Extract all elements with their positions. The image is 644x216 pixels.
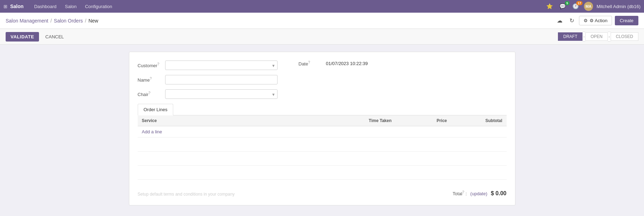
table-body: Add a line (138, 126, 507, 180)
total-label: Total? : (453, 190, 467, 196)
breadcrumb: Salon Management / Salon Orders / New (6, 18, 98, 24)
form-row-name: Name? (138, 75, 507, 84)
status-arrow-2: › (608, 32, 611, 42)
subheader-actions: ☁ ↻ ⚙ ⚙ Action Create (555, 16, 638, 25)
action-button[interactable]: ⚙ ⚙ Action (579, 16, 612, 25)
date-value: 01/07/2023 10:22:39 (326, 61, 368, 66)
breadcrumb-salon-management[interactable]: Salon Management (6, 18, 48, 24)
order-table: Service Time Taken Price Subtotal Add a … (138, 115, 507, 180)
messages-badge: 5 (565, 1, 570, 5)
form-row-chair: Chair? ▾ (138, 89, 507, 99)
table-row: Add a line (138, 126, 507, 138)
validate-button[interactable]: VALIDATE (6, 32, 39, 42)
messages-icon[interactable]: 💬5 (558, 2, 567, 10)
col-time-taken: Time Taken (340, 115, 396, 126)
action-label: ⚙ Action (590, 18, 607, 23)
total-amount: $ 0.00 (491, 190, 506, 197)
notification-icon[interactable]: ⭐ (545, 2, 554, 10)
topbar-nav: Dashboard Salon Configuration (31, 2, 545, 11)
total-section: Total? : (update) $ 0.00 (453, 190, 506, 197)
col-subtotal: Subtotal (451, 115, 507, 126)
breadcrumb-sep-2: / (85, 18, 86, 24)
grid-icon[interactable]: ⊞ (4, 4, 7, 9)
breadcrumb-salon-orders[interactable]: Salon Orders (54, 18, 83, 24)
page-content: Customer? ▾ Date? 01/07/2023 10:22:39 Na… (0, 45, 644, 216)
chair-input[interactable] (165, 89, 278, 99)
customer-input[interactable] (165, 61, 278, 70)
username-label[interactable]: Mitchell Admin (db16) (597, 4, 640, 9)
avatar[interactable]: MA (584, 2, 593, 11)
cancel-button[interactable]: CANCEL (42, 32, 67, 42)
col-service: Service (138, 115, 341, 126)
status-bar: DRAFT › OPEN › CLOSED (558, 32, 638, 42)
add-line-cell: Add a line (138, 126, 341, 138)
breadcrumb-sep-1: / (50, 18, 52, 24)
name-input[interactable] (165, 75, 278, 84)
clock-icon[interactable]: 🕐17 (571, 2, 580, 10)
clock-badge: 17 (576, 1, 583, 5)
create-button[interactable]: Create (615, 16, 638, 25)
customer-group: Customer? ▾ (138, 61, 278, 70)
date-group: Date? 01/07/2023 10:22:39 (299, 61, 368, 66)
name-group: Name? (138, 75, 278, 84)
chair-label: Chair? (138, 91, 162, 97)
empty-row-3 (138, 166, 507, 180)
chair-group: Chair? ▾ (138, 89, 278, 99)
status-arrow-1: › (583, 32, 585, 42)
nav-salon[interactable]: Salon (61, 2, 80, 11)
update-link[interactable]: (update) (470, 191, 487, 196)
toolbar: VALIDATE CANCEL DRAFT › OPEN › CLOSED (0, 29, 644, 45)
form-row-customer: Customer? ▾ Date? 01/07/2023 10:22:39 (138, 61, 507, 70)
tab-order-lines[interactable]: Order Lines (138, 104, 174, 115)
upload-icon-btn[interactable]: ☁ (555, 16, 565, 25)
topbar-right: ⭐ 💬5 🕐17 MA Mitchell Admin (db16) (545, 2, 640, 11)
breadcrumb-current: New (89, 18, 98, 24)
gear-icon: ⚙ (584, 18, 588, 23)
customer-label: Customer? (138, 62, 162, 68)
refresh-icon-btn[interactable]: ↻ (567, 16, 576, 25)
name-label: Name? (138, 77, 162, 83)
col-price: Price (396, 115, 451, 126)
empty-row-2 (138, 152, 507, 166)
table-header: Service Time Taken Price Subtotal (138, 115, 507, 126)
nav-dashboard[interactable]: Dashboard (31, 2, 60, 11)
subheader: Salon Management / Salon Orders / New ☁ … (0, 13, 644, 29)
form-footer: Setup default terms and conditions in yo… (138, 187, 507, 197)
status-open[interactable]: OPEN (585, 32, 608, 41)
form-card: Customer? ▾ Date? 01/07/2023 10:22:39 Na… (129, 52, 515, 205)
nav-configuration[interactable]: Configuration (82, 2, 116, 11)
add-line-link[interactable]: Add a line (142, 129, 162, 134)
empty-row-1 (138, 138, 507, 152)
brand-label[interactable]: Salon (10, 4, 24, 9)
status-draft[interactable]: DRAFT (558, 32, 583, 41)
status-closed[interactable]: CLOSED (611, 32, 638, 41)
date-label: Date? (299, 61, 323, 66)
terms-text: Setup default terms and conditions in yo… (138, 192, 235, 197)
tab-bar: Order Lines (138, 104, 507, 115)
topbar: ⊞ Salon Dashboard Salon Configuration ⭐ … (0, 0, 644, 13)
